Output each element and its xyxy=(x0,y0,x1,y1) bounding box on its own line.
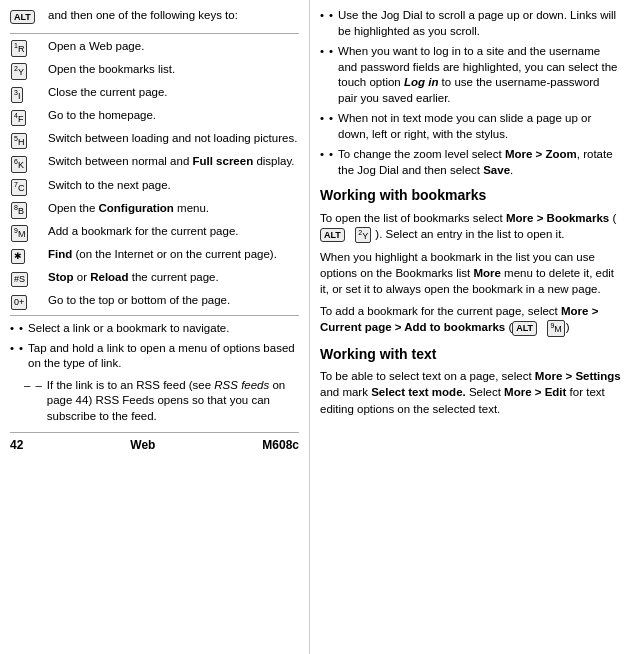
page-number: 42 xyxy=(10,437,23,454)
key-9m: 9M xyxy=(11,225,28,242)
alt-badge-intro: ALT xyxy=(10,8,42,25)
key-item-6: 6K Switch between normal and Full screen… xyxy=(10,154,299,172)
alt-key: ALT xyxy=(10,10,35,25)
section-para-bookmarks-2: When you highlight a bookmark in the lis… xyxy=(320,249,621,297)
rbullet-item-3: • When not in text mode you can slide a … xyxy=(320,111,621,142)
rbullet-text-4: To change the zoom level select More > Z… xyxy=(338,147,621,178)
section-heading-text: Working with text xyxy=(320,345,621,365)
key-item-9: 9M Add a bookmark for the current page. xyxy=(10,224,299,242)
rbullet-text-2: When you want to log in to a site and th… xyxy=(338,44,621,106)
bullet-text-2: Tap and hold a link to open a menu of op… xyxy=(28,341,299,372)
section-heading-bookmarks: Working with bookmarks xyxy=(320,186,621,206)
key-icon-1r: 1R xyxy=(10,40,42,57)
key-0: 0+ xyxy=(11,295,27,310)
bullet-item-1: • Select a link or a bookmark to navigat… xyxy=(10,321,299,337)
bullet-item-2: • Tap and hold a link to open a menu of … xyxy=(10,341,299,372)
bullet-list-right: • Use the Jog Dial to scroll a page up o… xyxy=(320,8,621,178)
intro-text: and then one of the following keys to: xyxy=(48,8,238,24)
key-item-star: ✱ Find (on the Internet or on the curren… xyxy=(10,247,299,265)
key-icon-6k: 6K xyxy=(10,155,42,172)
key-icon-7c: 7C xyxy=(10,179,42,196)
alt-badge-bookmarks: ALT xyxy=(320,228,345,243)
section-para-bookmarks-1: To open the list of bookmarks select Mor… xyxy=(320,210,621,243)
key-item-5: 5H Switch between loading and not loadin… xyxy=(10,131,299,149)
rbullet-dot-2: • xyxy=(329,44,333,60)
key-icon-hash: #S xyxy=(10,271,42,288)
key-icon-8b: 8B xyxy=(10,202,42,219)
rbullet-dot-3: • xyxy=(329,111,333,127)
key-icon-9m: 9M xyxy=(10,225,42,242)
section-para-bookmarks-3: To add a bookmark for the current page, … xyxy=(320,303,621,336)
sub-bullet-list: – If the link is to an RSS feed (see RSS… xyxy=(10,378,299,425)
key-6k: 6K xyxy=(11,156,27,173)
key-3i: 3I xyxy=(11,87,23,104)
key-badge-9m-addbookmark: 9M xyxy=(547,320,564,337)
key-text-2: Open the bookmarks list. xyxy=(48,62,299,78)
key-icon-4f: 4F xyxy=(10,109,42,126)
footer: 42 Web M608c xyxy=(10,432,299,454)
section-title: Web xyxy=(130,437,155,454)
key-5h: 5H xyxy=(11,133,27,150)
key-8b: 8B xyxy=(11,202,27,219)
key-4f: 4F xyxy=(11,110,26,127)
alt-badge-addbookmark: ALT xyxy=(512,321,537,336)
rbullet-dot-1: • xyxy=(329,8,333,24)
key-text-4: Go to the homepage. xyxy=(48,108,299,124)
section-para-text: To be able to select text on a page, sel… xyxy=(320,368,621,416)
key-text-1: Open a Web page. xyxy=(48,39,299,55)
key-item-7: 7C Switch to the next page. xyxy=(10,178,299,196)
key-icon-0: 0+ xyxy=(10,294,42,311)
left-column: ALT and then one of the following keys t… xyxy=(0,0,310,654)
key-icon-2y: 2Y xyxy=(10,63,42,80)
rbullet-item-1: • Use the Jog Dial to scroll a page up o… xyxy=(320,8,621,39)
key-7c: 7C xyxy=(11,179,27,196)
key-text-7: Switch to the next page. xyxy=(48,178,299,194)
key-hash: #S xyxy=(11,272,28,287)
key-badge-2y-bookmarks: 2Y xyxy=(355,227,371,244)
key-text-hash: Stop or Reload the current page. xyxy=(48,270,299,286)
bullet-dot-1: • xyxy=(19,321,23,337)
bullet-list-left: • Select a link or a bookmark to navigat… xyxy=(10,321,299,372)
divider-top xyxy=(10,33,299,34)
right-column: • Use the Jog Dial to scroll a page up o… xyxy=(310,0,631,654)
key-text-8: Open the Configuration menu. xyxy=(48,201,299,217)
key-item-8: 8B Open the Configuration menu. xyxy=(10,201,299,219)
sub-bullet-dash: – xyxy=(35,378,41,394)
rbullet-item-2: • When you want to log in to a site and … xyxy=(320,44,621,106)
rbullet-item-4: • To change the zoom level select More >… xyxy=(320,147,621,178)
divider-mid xyxy=(10,315,299,316)
key-text-0: Go to the top or bottom of the page. xyxy=(48,293,299,309)
rbullet-text-3: When not in text mode you can slide a pa… xyxy=(338,111,621,142)
key-item-3: 3I Close the current page. xyxy=(10,85,299,103)
key-icon-5h: 5H xyxy=(10,132,42,149)
rbullet-text-1: Use the Jog Dial to scroll a page up or … xyxy=(338,8,621,39)
key-text-9: Add a bookmark for the current page. xyxy=(48,224,299,240)
key-item-hash: #S Stop or Reload the current page. xyxy=(10,270,299,288)
model-number: M608c xyxy=(262,437,299,454)
key-text-5: Switch between loading and not loading p… xyxy=(48,131,299,147)
sub-bullet-text: If the link is to an RSS feed (see RSS f… xyxy=(47,378,299,425)
key-item-2: 2Y Open the bookmarks list. xyxy=(10,62,299,80)
key-star: ✱ xyxy=(11,249,25,264)
page: ALT and then one of the following keys t… xyxy=(0,0,631,654)
bullet-text-1: Select a link or a bookmark to navigate. xyxy=(28,321,229,337)
key-item-4: 4F Go to the homepage. xyxy=(10,108,299,126)
sub-bullet-item-1: – If the link is to an RSS feed (see RSS… xyxy=(24,378,299,425)
key-1r: 1R xyxy=(11,40,27,57)
key-icon-3i: 3I xyxy=(10,86,42,103)
intro-row: ALT and then one of the following keys t… xyxy=(10,8,299,25)
key-item-0: 0+ Go to the top or bottom of the page. xyxy=(10,293,299,311)
bullet-dot-2: • xyxy=(19,341,23,357)
key-icon-star: ✱ xyxy=(10,248,42,265)
key-item-1: 1R Open a Web page. xyxy=(10,39,299,57)
key-text-star: Find (on the Internet or on the current … xyxy=(48,247,299,263)
key-text-3: Close the current page. xyxy=(48,85,299,101)
key-2y: 2Y xyxy=(11,63,27,80)
rbullet-dot-4: • xyxy=(329,147,333,163)
key-text-6: Switch between normal and Full screen di… xyxy=(48,154,299,170)
